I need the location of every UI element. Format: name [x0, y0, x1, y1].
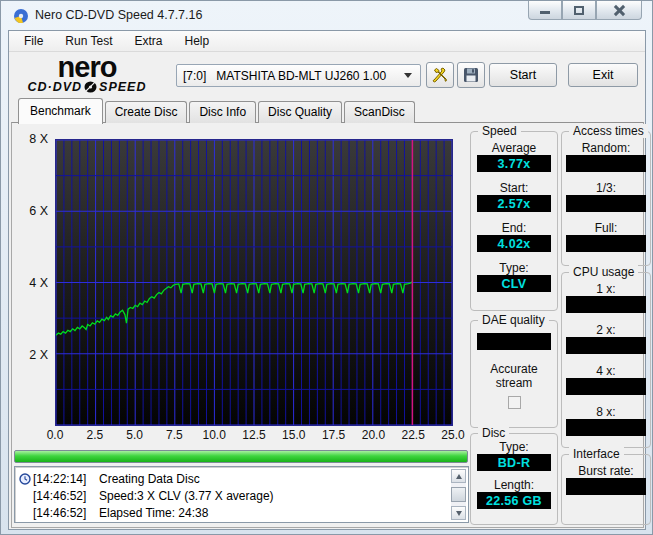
scroll-up-button[interactable]: [451, 469, 466, 483]
benchmark-panel: 8 X 6 X 4 X 2 X: [11, 122, 644, 528]
field-label: Length:: [494, 478, 534, 492]
group-disc: Disc Type: BD-R Length: 22.56 GB: [470, 433, 558, 525]
logo-speed-text: SPEED: [99, 80, 146, 94]
value-access-third: [566, 195, 646, 212]
log-scrollbar[interactable]: [451, 469, 466, 520]
close-icon: [614, 5, 625, 16]
field-label: 1 x:: [596, 282, 615, 296]
group-speed: Speed Average 3.77x Start: 2.57x End: 4.…: [470, 131, 558, 311]
field-label: 4 x:: [596, 364, 615, 378]
app-window: Nero CD-DVD Speed 4.7.7.16 File Run Test…: [0, 0, 653, 535]
x-axis-label: 22.5: [402, 428, 425, 442]
menu-help[interactable]: Help: [174, 32, 221, 50]
log-time: [14:46:52]: [33, 489, 99, 503]
group-interface: Interface Burst rate:: [561, 454, 651, 525]
x-axis-label: 20.0: [362, 428, 385, 442]
field-label: Accurate: [490, 362, 537, 376]
maximize-button[interactable]: [562, 1, 596, 20]
log-message: Creating Data Disc: [99, 472, 466, 486]
log-row: [14:46:52] Elapsed Time: 24:38: [19, 504, 466, 521]
group-title: CPU usage: [569, 265, 638, 279]
field-label: End:: [502, 221, 527, 235]
value-access-full: [566, 235, 646, 252]
group-dae-quality: DAE quality Accurate stream: [470, 320, 558, 428]
app-icon: [13, 8, 29, 24]
log-message: Elapsed Time: 24:38: [99, 506, 466, 520]
y-axis-label: 6 X: [20, 204, 48, 218]
y-axis-label: 8 X: [20, 132, 48, 146]
nero-logo: nero CD·DVD SPEED: [21, 53, 153, 94]
group-title: Speed: [478, 124, 521, 138]
group-title: Disc: [478, 426, 509, 440]
field-label: Start:: [500, 181, 529, 195]
value-speed-type: CLV: [477, 275, 551, 292]
field-label: 1/3:: [596, 181, 616, 195]
scroll-down-button[interactable]: [451, 506, 466, 520]
tab-scandisc[interactable]: ScanDisc: [344, 101, 415, 123]
scrollbar-thumb[interactable]: [451, 487, 466, 502]
exit-button-label: Exit: [593, 68, 614, 82]
clock-icon: [19, 473, 31, 485]
log-time: [14:22:14]: [33, 472, 99, 486]
log-box[interactable]: [14:22:14] Creating Data Disc [14:46:52]…: [14, 466, 469, 523]
x-axis-label: 7.5: [166, 428, 183, 442]
tab-disc-info[interactable]: Disc Info: [189, 101, 256, 123]
menu-run-test[interactable]: Run Test: [54, 32, 123, 50]
drive-select-value: [7:0] MATSHITA BD-MLT UJ260 1.00: [183, 69, 404, 83]
accurate-stream-checkbox[interactable]: [508, 396, 521, 409]
group-title: DAE quality: [478, 313, 549, 327]
client-area: File Run Test Extra Help nero CD·DVD SPE…: [8, 30, 646, 530]
x-axis-label: 2.5: [86, 428, 103, 442]
exit-button[interactable]: Exit: [568, 63, 638, 87]
field-label: Type:: [499, 261, 528, 275]
group-title: Interface: [569, 447, 624, 461]
value-cpu-4x: [566, 378, 646, 395]
tab-disc-quality[interactable]: Disc Quality: [258, 101, 342, 123]
options-button[interactable]: [426, 62, 454, 88]
y-axis-label: 2 X: [20, 348, 48, 362]
start-button[interactable]: Start: [489, 63, 557, 87]
tools-icon: [431, 67, 449, 84]
maximize-icon: [574, 6, 584, 15]
tab-strip: Benchmark Create Disc Disc Info Disc Qua…: [18, 100, 417, 123]
minimize-icon: [540, 11, 550, 14]
log-row: [14:22:14] Creating Data Disc: [19, 470, 466, 487]
value-disc-length: 22.56 GB: [477, 492, 551, 509]
x-axis-label: 0.0: [47, 428, 64, 442]
field-label: Random:: [582, 141, 631, 155]
titlebar[interactable]: Nero CD-DVD Speed 4.7.7.16: [1, 1, 652, 30]
save-button[interactable]: [457, 62, 485, 88]
value-cpu-1x: [566, 296, 646, 313]
tab-benchmark[interactable]: Benchmark: [18, 98, 103, 124]
field-label: Average: [492, 141, 536, 155]
log-row: [14:46:52] Speed:3 X CLV (3.77 X average…: [19, 487, 466, 504]
tab-create-disc[interactable]: Create Disc: [105, 101, 188, 123]
group-access-times: Access times Random: 1/3: Full:: [561, 131, 651, 266]
close-button[interactable]: [596, 1, 642, 20]
menu-file[interactable]: File: [13, 32, 54, 50]
field-label: Type:: [499, 440, 528, 454]
field-label: stream: [496, 376, 533, 390]
value-dae-quality: [477, 333, 551, 350]
menubar: File Run Test Extra Help: [9, 31, 645, 52]
field-label: 2 x:: [596, 323, 615, 337]
field-label: 8 x:: [596, 405, 615, 419]
x-axis: 0.0 2.5 5.0 7.5 10.0 12.5 15.0 17.5 20.0…: [55, 428, 453, 442]
minimize-button[interactable]: [528, 1, 562, 20]
x-axis-label: 10.0: [203, 428, 226, 442]
toolbar: nero CD·DVD SPEED [7:0] MATSHITA BD-MLT …: [9, 52, 645, 98]
start-button-label: Start: [510, 68, 536, 82]
y-axis-label: 4 X: [20, 276, 48, 290]
drive-select[interactable]: [7:0] MATSHITA BD-MLT UJ260 1.00: [176, 64, 421, 87]
arrow-up-icon: [456, 474, 462, 479]
log-time: [14:46:52]: [33, 506, 99, 520]
field-label: Burst rate:: [578, 464, 633, 478]
x-axis-label: 5.0: [126, 428, 143, 442]
menu-extra[interactable]: Extra: [123, 32, 173, 50]
x-axis-label: 15.0: [282, 428, 305, 442]
field-label: Full:: [595, 221, 618, 235]
value-cpu-2x: [566, 337, 646, 354]
value-disc-type: BD-R: [477, 454, 551, 471]
window-title: Nero CD-DVD Speed 4.7.7.16: [35, 8, 202, 22]
value-cpu-8x: [566, 419, 646, 436]
